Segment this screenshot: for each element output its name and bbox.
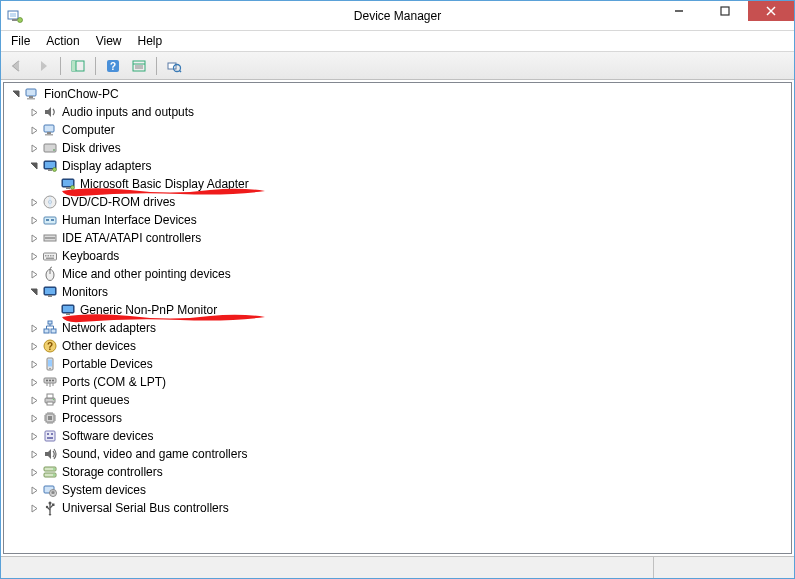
mouse-icon [42,266,58,282]
portable-icon [42,356,58,372]
tree-category[interactable]: Audio inputs and outputs [4,103,791,121]
hid-icon [42,212,58,228]
svg-line-19 [180,70,182,72]
svg-point-27 [53,149,55,151]
expander-closed[interactable] [26,230,42,246]
expander-closed[interactable] [26,140,42,156]
expander-closed[interactable] [26,248,42,264]
tree-category[interactable]: Monitors [4,283,791,301]
tree-category[interactable]: Print queues [4,391,791,409]
tree-device-label: Microsoft Basic Display Adapter [80,177,249,191]
expander-closed[interactable] [26,428,42,444]
svg-rect-79 [47,402,53,405]
svg-point-74 [46,380,48,382]
tree-category[interactable]: Mice and other pointing devices [4,265,791,283]
tree-device[interactable]: Generic Non-PnP Monitor [4,301,791,319]
tree-category[interactable]: Ports (COM & LPT) [4,373,791,391]
tree-category[interactable]: Keyboards [4,247,791,265]
device-tree[interactable]: FionChow-PC Audio inputs and outputs Com… [3,82,792,554]
svg-rect-49 [48,255,50,257]
tree-category-label: Universal Serial Bus controllers [62,501,229,515]
expander-closed[interactable] [26,392,42,408]
menu-view[interactable]: View [88,32,130,50]
expander-closed[interactable] [26,410,42,426]
svg-rect-22 [27,98,35,100]
app-icon [7,8,23,24]
ports-icon [42,374,58,390]
svg-text:?: ? [47,341,53,352]
expander-closed[interactable] [26,482,42,498]
tree-category[interactable]: Software devices [4,427,791,445]
tree-category[interactable]: DVD/CD-ROM drives [4,193,791,211]
svg-point-105 [49,502,52,505]
tree-device[interactable]: Microsoft Basic Display Adapter [4,175,791,193]
svg-rect-2 [12,19,17,21]
statusbar [1,556,794,578]
tree-category-label: Keyboards [62,249,119,263]
storage-icon [42,464,58,480]
expander-closed[interactable] [26,194,42,210]
tree-category[interactable]: Processors [4,409,791,427]
tree-category[interactable]: System devices [4,481,791,499]
menubar: File Action View Help [1,31,794,52]
expander-closed[interactable] [26,266,42,282]
window-controls [656,1,794,30]
menu-file[interactable]: File [3,32,38,50]
expander-closed[interactable] [26,104,42,120]
svg-point-102 [53,474,55,476]
status-left [1,557,654,578]
menu-help[interactable]: Help [130,32,171,50]
tree-category-label: Ports (COM & LPT) [62,375,166,389]
minimize-button[interactable] [656,1,702,21]
expander-closed[interactable] [26,122,42,138]
expander-closed[interactable] [26,212,42,228]
tree-category[interactable]: Storage controllers [4,463,791,481]
expander-open[interactable] [26,284,42,300]
svg-rect-107 [52,504,55,507]
keyboard-icon [42,248,58,264]
tree-category[interactable]: Computer [4,121,791,139]
svg-rect-95 [45,431,55,441]
svg-point-72 [49,368,51,370]
tree-category[interactable]: ? Other devices [4,337,791,355]
svg-rect-60 [66,313,70,315]
tree-category[interactable]: Portable Devices [4,355,791,373]
maximize-button[interactable] [702,1,748,21]
expander-none [44,176,60,192]
svg-point-106 [46,506,48,508]
close-button[interactable] [748,1,794,21]
expander-closed[interactable] [26,356,42,372]
svg-rect-52 [46,258,54,260]
tree-category[interactable]: Display adapters [4,157,791,175]
titlebar: Device Manager [1,1,794,31]
expander-open[interactable] [8,86,24,102]
help-button[interactable]: ? [101,55,125,77]
expander-closed[interactable] [26,338,42,354]
svg-rect-24 [47,132,51,134]
showhide-button[interactable] [66,55,90,77]
svg-rect-50 [50,255,52,257]
tree-category[interactable]: Human Interface Devices [4,211,791,229]
cdrom-icon [42,194,58,210]
forward-button[interactable] [31,55,55,77]
tree-root[interactable]: FionChow-PC [4,85,791,103]
tree-device-label: Generic Non-PnP Monitor [80,303,217,317]
tree-category-label: Display adapters [62,159,151,173]
tree-category[interactable]: Universal Serial Bus controllers [4,499,791,517]
expander-closed[interactable] [26,374,42,390]
expander-closed[interactable] [26,500,42,516]
tree-category[interactable]: IDE ATA/ATAPI controllers [4,229,791,247]
tree-category[interactable]: Sound, video and game controllers [4,445,791,463]
svg-rect-21 [29,96,33,98]
properties-button[interactable] [127,55,151,77]
scan-button[interactable] [162,55,186,77]
back-button[interactable] [5,55,29,77]
display-icon [60,176,76,192]
tree-category[interactable]: Network adapters [4,319,791,337]
expander-closed[interactable] [26,464,42,480]
tree-category[interactable]: Disk drives [4,139,791,157]
expander-closed[interactable] [26,320,42,336]
menu-action[interactable]: Action [38,32,87,50]
expander-closed[interactable] [26,446,42,462]
expander-open[interactable] [26,158,42,174]
